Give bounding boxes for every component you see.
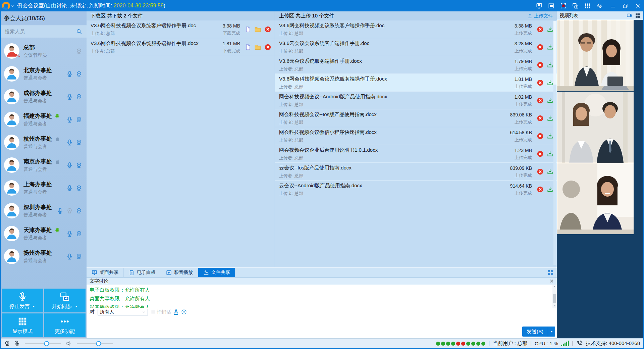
mic-icon[interactable] bbox=[66, 70, 73, 78]
file-row[interactable]: 网会视频会议企业后台使用说明书1.0.1.docx上传者: 总部1.23 MB上… bbox=[275, 145, 557, 163]
webcam-icon[interactable] bbox=[75, 207, 83, 214]
expand-icon[interactable] bbox=[547, 269, 553, 276]
speaker-volume-slider[interactable] bbox=[77, 343, 113, 344]
grid-icon[interactable] bbox=[584, 3, 591, 9]
download-file-button[interactable] bbox=[547, 133, 553, 139]
webcam-icon[interactable] bbox=[66, 207, 73, 214]
restore-icon[interactable] bbox=[623, 3, 628, 9]
search-icon[interactable] bbox=[76, 28, 83, 35]
webcam-icon[interactable] bbox=[75, 93, 83, 100]
webcam-icon[interactable] bbox=[4, 340, 10, 347]
record-icon[interactable] bbox=[560, 3, 567, 9]
emoji-icon[interactable] bbox=[181, 309, 187, 315]
close-icon[interactable] bbox=[635, 3, 641, 9]
download-file-button[interactable] bbox=[547, 115, 553, 121]
participant-row[interactable]: 深圳办事处普通与会者 bbox=[1, 199, 87, 222]
upload-file-button[interactable]: 上传文件 bbox=[527, 13, 553, 19]
download-file-button[interactable] bbox=[547, 61, 553, 68]
open-folder-button[interactable] bbox=[254, 44, 261, 51]
open-file-button[interactable] bbox=[245, 44, 251, 50]
file-row[interactable]: V3.6云会议会议系统客户端操作手册.doc上传者: 总部3.28 MB上传完成 bbox=[275, 38, 557, 56]
window-mode-icon[interactable] bbox=[548, 3, 554, 9]
delete-file-button[interactable] bbox=[537, 44, 544, 51]
more-functions-button[interactable]: 更多功能 bbox=[44, 313, 86, 337]
file-row[interactable]: 网会科技视频会议微信小程序快速指南.docx上传者: 总部614.58 KB上传… bbox=[275, 127, 557, 145]
delete-file-button[interactable] bbox=[537, 168, 544, 175]
display-mode-button[interactable]: 显示模式 bbox=[2, 313, 43, 337]
mic-icon[interactable] bbox=[66, 253, 73, 260]
open-folder-button[interactable] bbox=[254, 26, 261, 33]
chevron-down-icon[interactable] bbox=[32, 305, 35, 308]
participant-row[interactable]: 北京办事处普通与会者 bbox=[1, 62, 87, 85]
participant-row[interactable]: 天津办事处普通与会者 bbox=[1, 222, 87, 245]
meeting-video-2[interactable] bbox=[557, 92, 634, 163]
download-file-button[interactable] bbox=[547, 79, 553, 86]
delete-file-button[interactable] bbox=[537, 115, 544, 122]
file-row[interactable]: V3.6网会科技视频会议系统客户端操作手册.doc上传者: 总部3.38 MB上… bbox=[275, 20, 557, 38]
tab-桌面共享[interactable]: 桌面共享 bbox=[87, 268, 124, 277]
download-file-button[interactable] bbox=[547, 26, 553, 33]
meeting-video-1[interactable] bbox=[557, 20, 634, 91]
mic-icon[interactable] bbox=[66, 162, 73, 169]
file-row[interactable]: 云会议--Android版产品使用指南.docx上传者: 总部914.64 KB… bbox=[275, 181, 557, 198]
webcam-icon[interactable] bbox=[75, 116, 83, 123]
file-row[interactable]: 网会科技视频会议--Android版产品使用指南.docx上传者: 总部1.02… bbox=[275, 92, 557, 109]
upload-scrollbar[interactable] bbox=[553, 21, 556, 265]
delete-file-button[interactable] bbox=[537, 150, 544, 157]
close-icon[interactable] bbox=[549, 279, 554, 283]
webcam-icon[interactable] bbox=[75, 162, 83, 169]
file-row[interactable]: V3.6网会科技视频会议系统服务端操作手册.docx上传者: 总部1.81 MB… bbox=[275, 74, 557, 92]
chevron-down-icon[interactable] bbox=[75, 305, 78, 308]
file-row[interactable]: V3.6网会科技视频会议系统客户端操作手册.doc上传者: 总部3.38 MB下… bbox=[87, 20, 275, 38]
minimize-icon[interactable] bbox=[610, 3, 616, 9]
scroll-up-icon[interactable] bbox=[553, 285, 556, 288]
screen-share-icon[interactable] bbox=[536, 3, 542, 9]
file-row[interactable]: V3.6云会议系统服务端操作手册.docx上传者: 总部1.79 MB上传完成 bbox=[275, 56, 557, 74]
delete-file-button[interactable] bbox=[537, 61, 544, 68]
mic-icon[interactable] bbox=[66, 185, 73, 192]
participant-row[interactable]: 上海办事处普通与会者 bbox=[1, 177, 87, 199]
tab-电子白板[interactable]: 电子白板 bbox=[124, 268, 161, 277]
delete-file-button[interactable] bbox=[264, 26, 271, 33]
meeting-video-3[interactable] bbox=[557, 163, 634, 234]
delete-file-button[interactable] bbox=[537, 97, 544, 104]
sync-screens-icon[interactable] bbox=[572, 3, 579, 9]
webcam-icon[interactable] bbox=[75, 230, 83, 237]
mic-icon[interactable] bbox=[66, 230, 73, 237]
delete-file-button[interactable] bbox=[537, 186, 544, 193]
mic-icon[interactable] bbox=[66, 139, 73, 146]
mic-muted-icon[interactable] bbox=[14, 340, 20, 347]
send-button[interactable]: 发送(S) bbox=[522, 327, 555, 337]
settings-icon[interactable] bbox=[596, 3, 603, 9]
open-file-button[interactable] bbox=[245, 26, 251, 33]
participant-row[interactable]: 成都办事处普通与会者 bbox=[1, 85, 87, 108]
mic-icon[interactable] bbox=[66, 116, 73, 123]
chat-message-input[interactable]: 发送(S) bbox=[87, 316, 557, 338]
start-sync-button[interactable]: 开始同步 bbox=[44, 289, 86, 312]
video-layout-icon[interactable] bbox=[627, 13, 632, 18]
participant-row[interactable]: 总部会议管理员 bbox=[1, 40, 87, 62]
participant-row[interactable]: 福建办事处普通与会者 bbox=[1, 108, 87, 131]
download-file-button[interactable] bbox=[547, 150, 553, 157]
chat-scrollbar[interactable] bbox=[552, 285, 557, 308]
tab-影音播放[interactable]: 影音播放 bbox=[161, 268, 198, 277]
delete-file-button[interactable] bbox=[264, 44, 271, 51]
download-file-button[interactable] bbox=[547, 168, 553, 175]
mic-volume-slider[interactable] bbox=[25, 343, 61, 344]
participant-row[interactable]: 杭州办事处普通与会者 bbox=[1, 131, 87, 154]
search-input[interactable]: 搜索人员 bbox=[1, 26, 87, 38]
speaker-icon[interactable] bbox=[66, 340, 72, 347]
file-row[interactable]: V3.6网会科技视频会议系统服务端操作手册.docx上传者: 总部1.81 MB… bbox=[87, 38, 275, 56]
delete-file-button[interactable] bbox=[537, 79, 544, 86]
whisper-checkbox[interactable]: 悄悄话 bbox=[151, 309, 171, 315]
download-file-button[interactable] bbox=[547, 186, 553, 193]
file-row[interactable]: 网会科技视频会议--Ios版产品使用指南.docx上传者: 总部839.08 K… bbox=[275, 109, 557, 127]
layout-grid-icon[interactable] bbox=[635, 13, 641, 18]
mic-icon[interactable] bbox=[66, 93, 73, 100]
file-row[interactable]: 云会议--Ios版产品使用指南.docx上传者: 总部839.09 KB上传完成 bbox=[275, 163, 557, 181]
mic-icon[interactable] bbox=[57, 207, 64, 214]
webcam-icon[interactable] bbox=[75, 48, 83, 55]
chevron-down-icon[interactable] bbox=[11, 4, 14, 8]
tab-文件共享[interactable]: 文件共享 bbox=[198, 268, 235, 277]
webcam-icon[interactable] bbox=[75, 70, 83, 78]
